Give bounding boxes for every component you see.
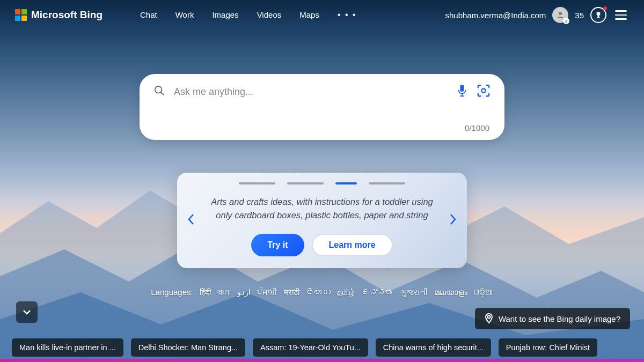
user-area: shubham.verma@India.com e 35 <box>445 7 630 23</box>
chevron-left-icon <box>187 213 195 226</box>
bottom-accent-bar <box>0 359 644 362</box>
daily-image-prompt[interactable]: Want to see the Bing daily image? <box>475 308 630 329</box>
news-item[interactable]: China warns of high securit... <box>376 338 491 357</box>
news-item[interactable]: Assam: 19-Year-Old YouTu... <box>253 338 368 357</box>
svg-point-1 <box>155 86 162 93</box>
header: Microsoft Bing Chat Work Images Videos M… <box>0 0 644 30</box>
learn-more-button[interactable]: Learn more <box>312 234 393 256</box>
news-ticker: Man kills live-in partner in ... Delhi S… <box>0 333 644 362</box>
logo[interactable]: Microsoft Bing <box>15 9 103 21</box>
rewards-button[interactable] <box>590 7 606 23</box>
search-icon <box>153 85 165 99</box>
chevron-down-icon <box>22 307 32 317</box>
hamburger-icon <box>615 10 627 12</box>
svg-line-2 <box>161 92 164 95</box>
news-item[interactable]: Man kills live-in partner in ... <box>12 338 123 357</box>
suggestion-card: Arts and crafts ideas, with instructions… <box>177 173 467 268</box>
language-link[interactable]: ગુજરાતી <box>400 287 428 297</box>
search-box[interactable]: 0/1000 <box>140 74 504 140</box>
svg-point-5 <box>487 316 490 319</box>
nav-videos[interactable]: Videos <box>257 10 282 20</box>
language-link[interactable]: বাংলা <box>217 287 231 297</box>
expand-trending-button[interactable] <box>16 301 38 323</box>
image-search-button[interactable] <box>477 84 491 100</box>
nav-images[interactable]: Images <box>212 10 238 20</box>
language-link[interactable]: ଓଡ଼ିଆ <box>474 287 493 297</box>
language-link[interactable]: தமிழ் <box>337 287 355 297</box>
user-email[interactable]: shubham.verma@India.com <box>445 11 546 20</box>
svg-rect-3 <box>460 85 464 92</box>
menu-button[interactable] <box>613 8 629 22</box>
daily-image-text: Want to see the Bing daily image? <box>499 314 620 323</box>
char-counter: 0/1000 <box>153 123 491 132</box>
voice-search-button[interactable] <box>456 84 468 100</box>
brand-text: Microsoft Bing <box>31 9 103 21</box>
page-root: Microsoft Bing Chat Work Images Videos M… <box>0 0 644 362</box>
language-link[interactable]: हिंदी <box>200 287 211 297</box>
search-input[interactable] <box>174 86 448 98</box>
try-it-button[interactable]: Try it <box>251 234 304 256</box>
nav-chat[interactable]: Chat <box>140 10 157 20</box>
microphone-icon <box>456 84 468 98</box>
chevron-right-icon <box>449 213 457 226</box>
news-item[interactable]: Delhi Shocker: Man Strang... <box>131 338 245 357</box>
trophy-icon <box>594 11 603 19</box>
avatar[interactable]: e <box>552 7 568 23</box>
language-bar: Languages: हिंदी বাংলা اردو ਪੰਜਾਬੀ मराठी… <box>151 287 493 297</box>
top-nav: Chat Work Images Videos Maps • • • <box>140 10 357 20</box>
edge-badge-icon: e <box>563 18 569 24</box>
language-link[interactable]: ಕನ್ನಡ <box>361 287 394 297</box>
carousel-prev-button[interactable] <box>182 209 200 232</box>
nav-maps[interactable]: Maps <box>299 10 319 20</box>
carousel-dot-2[interactable] <box>287 182 324 184</box>
suggestion-text: Arts and crafts ideas, with instructions… <box>207 195 437 222</box>
carousel-dot-3[interactable] <box>335 182 357 184</box>
nav-more-icon[interactable]: • • • <box>338 10 357 20</box>
microsoft-logo-icon <box>15 9 27 21</box>
svg-point-4 <box>481 88 485 92</box>
location-pin-icon <box>485 313 493 324</box>
language-link[interactable]: മലയാളം <box>434 287 467 297</box>
language-link[interactable]: ਪੰਜਾਬੀ <box>257 287 277 297</box>
notification-dot-icon <box>603 6 607 10</box>
carousel-dot-4[interactable] <box>369 182 405 184</box>
search-container: 0/1000 <box>140 74 504 140</box>
carousel-indicators <box>207 182 437 184</box>
language-label: Languages: <box>151 287 193 297</box>
camera-scan-icon <box>477 84 491 98</box>
nav-work[interactable]: Work <box>175 10 194 20</box>
language-link[interactable]: తెలుగు <box>306 287 331 297</box>
language-link[interactable]: اردو <box>237 287 251 297</box>
language-link[interactable]: मराठी <box>284 287 299 297</box>
news-item[interactable]: Punjab row: Chief Minist <box>499 338 597 357</box>
svg-point-0 <box>559 12 562 15</box>
carousel-next-button[interactable] <box>444 209 462 232</box>
carousel-dot-1[interactable] <box>239 182 275 184</box>
rewards-points[interactable]: 35 <box>575 11 584 20</box>
